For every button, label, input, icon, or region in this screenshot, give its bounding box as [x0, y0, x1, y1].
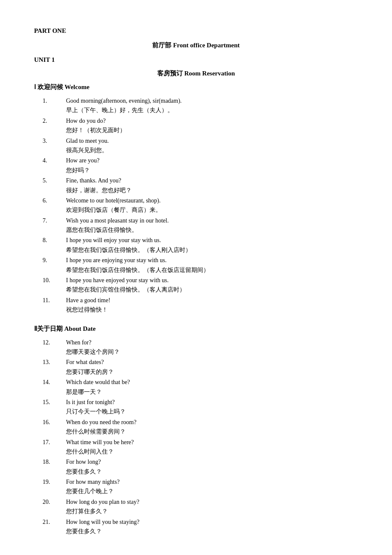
list-item: 17.What time will you be here?您什么时间入住？ [43, 438, 358, 457]
item-english: Glad to meet you. [66, 136, 358, 146]
unit-subheading: 客房预订 Room Reservation [34, 68, 358, 78]
section2-items: 12.When for?您哪天要这个房间？13.For what dates?您… [34, 338, 358, 537]
item-number: 20. [43, 497, 66, 517]
item-chinese: 很好，谢谢。您也好吧？ [66, 186, 358, 195]
item-chinese: 您什么时候需要房间？ [66, 427, 358, 436]
item-number: 16. [43, 418, 66, 437]
list-item: 4.How are you?您好吗？ [43, 156, 358, 175]
item-chinese: 早上（下午、晚上）好，先生（夫人）。 [66, 106, 358, 115]
list-item: 18.For how long?您要住多久？ [43, 457, 358, 477]
section1-title: Ⅰ 欢迎问候 Welcome [34, 82, 358, 92]
item-english: I hope you will enjoy your stay with us. [66, 236, 358, 245]
list-item: 12.When for?您哪天要这个房间？ [43, 338, 358, 357]
part-heading: PART ONE [34, 26, 358, 36]
item-number: 11. [43, 296, 66, 315]
item-english: Good morning(afternoon, evening), sir(ma… [66, 96, 358, 106]
list-item: 19.For how many nights?您要住几个晚上？ [43, 477, 358, 497]
list-item: 3.Glad to meet you.很高兴见到您。 [43, 136, 358, 156]
item-english: How long will you be staying? [66, 517, 358, 527]
item-english: How are you? [66, 156, 358, 165]
item-number: 15. [43, 398, 66, 417]
item-chinese: 您打算住多久？ [66, 507, 358, 516]
item-content: I hope you will enjoy your stay with us.… [66, 236, 358, 255]
item-content: When for?您哪天要这个房间？ [66, 338, 358, 357]
item-content: Fine, thanks. And you?很好，谢谢。您也好吧？ [66, 176, 358, 195]
list-item: 6.Welcome to our hotel(restaurant, shop)… [43, 196, 358, 215]
item-chinese: 只订今天一个晚上吗？ [66, 407, 358, 416]
item-english: Fine, thanks. And you? [66, 176, 358, 185]
item-english: How long do you plan to stay? [66, 497, 358, 507]
item-number: 18. [43, 457, 66, 477]
document-container: PART ONE 前厅部 Front office Department UNI… [34, 26, 358, 536]
item-number: 17. [43, 438, 66, 457]
item-content: I hope you have enjoyed your stay with u… [66, 276, 358, 295]
list-item: 8.I hope you will enjoy your stay with u… [43, 236, 358, 255]
list-item: 10.I hope you have enjoyed your stay wit… [43, 276, 358, 295]
item-content: How do you do?您好！（初次见面时） [66, 116, 358, 136]
list-item: 7.Wish you a most pleasant stay in our h… [43, 216, 358, 235]
item-english: Is it just for tonight? [66, 398, 358, 407]
item-english: For what dates? [66, 358, 358, 367]
item-number: 9. [43, 256, 66, 275]
item-english: Have a good time! [66, 296, 358, 305]
item-content: How long do you plan to stay?您打算住多久？ [66, 497, 358, 517]
item-english: Wish you a most pleasant stay in our hot… [66, 216, 358, 225]
item-content: Welcome to our hotel(restaurant, shop).欢… [66, 196, 358, 215]
item-number: 6. [43, 196, 66, 215]
list-item: 14.Which date would that be?那是哪一天？ [43, 378, 358, 397]
item-chinese: 您好！（初次见面时） [66, 126, 358, 135]
item-chinese: 您什么时间入住？ [66, 447, 358, 457]
list-item: 15.Is it just for tonight?只订今天一个晚上吗？ [43, 398, 358, 417]
list-item: 9.I hope you are enjoying your stay with… [43, 256, 358, 275]
section1: Ⅰ 欢迎问候 Welcome 1.Good morning(afternoon,… [34, 82, 358, 315]
item-number: 13. [43, 358, 66, 377]
item-content: For what dates?您要订哪天的房？ [66, 358, 358, 377]
item-content: How are you?您好吗？ [66, 156, 358, 175]
list-item: 1.Good morning(afternoon, evening), sir(… [43, 96, 358, 116]
item-english: I hope you are enjoying your stay with u… [66, 256, 358, 265]
item-english: Welcome to our hotel(restaurant, shop). [66, 196, 358, 205]
list-item: 16.When do you need the room?您什么时候需要房间？ [43, 418, 358, 437]
list-item: 5.Fine, thanks. And you?很好，谢谢。您也好吧？ [43, 176, 358, 195]
item-number: 2. [43, 116, 66, 136]
item-content: Glad to meet you.很高兴见到您。 [66, 136, 358, 156]
item-chinese: 祝您过得愉快！ [66, 305, 358, 315]
item-content: For how many nights?您要住几个晚上？ [66, 477, 358, 497]
item-content: When do you need the room?您什么时候需要房间？ [66, 418, 358, 437]
item-english: For how long? [66, 457, 358, 467]
unit-heading: UNIT 1 [34, 55, 358, 65]
item-english: How do you do? [66, 116, 358, 126]
item-chinese: 您要订哪天的房？ [66, 367, 358, 377]
item-english: When for? [66, 338, 358, 347]
item-number: 19. [43, 477, 66, 497]
item-chinese: 您好吗？ [66, 166, 358, 175]
item-content: Is it just for tonight?只订今天一个晚上吗？ [66, 398, 358, 417]
item-number: 3. [43, 136, 66, 156]
item-number: 21. [43, 517, 66, 537]
item-number: 5. [43, 176, 66, 195]
item-chinese: 欢迎到我们饭店（餐厅、商店）来。 [66, 205, 358, 215]
section2: Ⅱ关于日期 About Date 12.When for?您哪天要这个房间？13… [34, 324, 358, 537]
item-chinese: 愿您在我们饭店住得愉快。 [66, 225, 358, 235]
item-number: 4. [43, 156, 66, 175]
item-chinese: 很高兴见到您。 [66, 146, 358, 155]
item-content: What time will you be here?您什么时间入住？ [66, 438, 358, 457]
list-item: 20.How long do you plan to stay?您打算住多久？ [43, 497, 358, 517]
item-content: I hope you are enjoying your stay with u… [66, 256, 358, 275]
item-content: For how long?您要住多久？ [66, 457, 358, 477]
item-chinese: 您要住多久？ [66, 467, 358, 477]
item-number: 1. [43, 96, 66, 116]
item-content: Wish you a most pleasant stay in our hot… [66, 216, 358, 235]
item-english: Which date would that be? [66, 378, 358, 387]
item-english: What time will you be here? [66, 438, 358, 447]
item-chinese: 那是哪一天？ [66, 387, 358, 397]
item-number: 7. [43, 216, 66, 235]
section1-items: 1.Good morning(afternoon, evening), sir(… [34, 96, 358, 315]
item-chinese: 您要住多久？ [66, 527, 358, 536]
item-english: When do you need the room? [66, 418, 358, 427]
item-content: Which date would that be?那是哪一天？ [66, 378, 358, 397]
item-content: Good morning(afternoon, evening), sir(ma… [66, 96, 358, 116]
list-item: 11.Have a good time!祝您过得愉快！ [43, 296, 358, 315]
list-item: 21.How long will you be staying?您要住多久？ [43, 517, 358, 537]
section2-title: Ⅱ关于日期 About Date [34, 324, 358, 334]
